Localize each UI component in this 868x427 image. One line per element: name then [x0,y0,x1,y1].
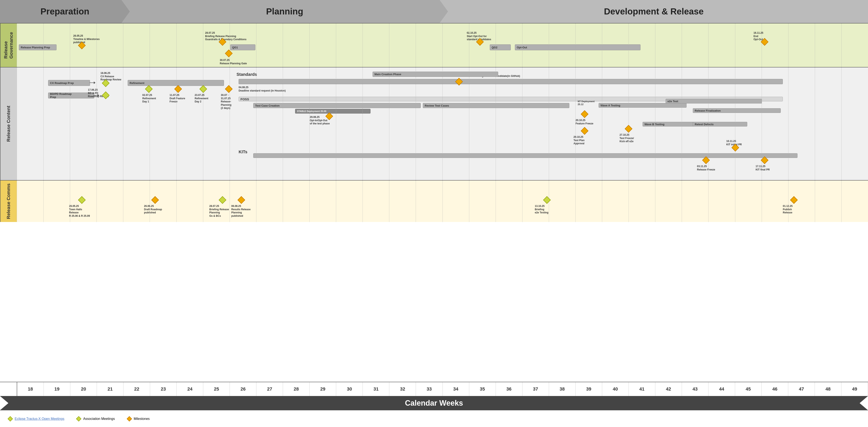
comms-label-26-05: 26.05.25Town HallsReleaseR 25.06 & R 25.… [69,205,90,218]
grid-line-25 [682,181,682,222]
phase-preparation: Preparation [0,0,130,23]
arrowhead-cx [94,82,97,84]
grid-line-3 [96,24,97,67]
wave-a-label: Wave A Testing [600,104,620,107]
phase-header: Preparation Planning Development & Relea… [0,0,868,23]
legend-tractus-x-diamond [7,416,13,421]
label-20-10-2: 20.10.25Test PlanApproval [574,135,584,145]
week-46: 46 [762,382,788,396]
diamond-02-07 [145,85,153,93]
diamond-23-07 [199,85,207,93]
cx-roadmap-prep-bar: CX Roadmap Prep [48,80,90,86]
grid-line-8 [229,181,230,222]
comms-diamond-26-05 [78,196,86,204]
release-planning-prep-bar: Release Planning Prep [19,44,57,50]
grid-line-26 [708,181,709,222]
grid-line-30 [815,181,815,222]
wave-a-bar: Wave A Testing [599,103,686,108]
label-27-10: 27.10.25Test Freeze/Kick eff e2e [620,133,634,143]
milestone-30-07 [225,50,233,57]
test-case-creation-bar: Test Case Creation [253,103,421,108]
content-row: Release Content CX Roadmap Prep 18.06.25… [0,67,868,180]
grid-line-31 [841,181,842,222]
week-49: 49 [841,382,868,396]
grid-line-26 [708,24,709,67]
calendar-weeks-label: Calendar Weeks [405,399,463,407]
week-45: 45 [735,382,762,396]
calendar-row: 1819202122232425262728293031323334353637… [0,382,868,396]
label-11-07: 11.07.25Draft FeatureFreeze [169,94,185,103]
optout-bar: Opt-Out [515,44,641,50]
review-test-cases-label: Review Test Cases [425,104,449,107]
grid-line-18 [496,24,496,67]
week-31: 31 [363,382,389,396]
grid-line-12 [336,181,336,222]
qg2-bar: QG2 [490,44,511,50]
standards-bar [239,79,783,84]
label-28-07: 28.07.25Briefing Release PlanningGuardra… [205,31,246,41]
week-18: 18 [17,382,44,396]
week-22: 22 [123,382,150,396]
governance-content: Release Planning Prep 26.05.25Timeline &… [17,24,868,67]
grid-line-25 [682,67,682,180]
grid-line-3 [96,181,97,222]
week-labels: 1819202122232425262728293031323334353637… [17,382,868,396]
grid-line-5 [150,181,150,222]
grid-line-28 [762,24,762,67]
week-30: 30 [336,382,363,396]
week-33: 33 [416,382,442,396]
grid-line-4 [123,181,123,222]
qg1-label: QG1 [232,46,238,49]
test-case-creation-label: Test Case Creation [255,104,280,107]
week-43: 43 [682,382,709,396]
grid-line-18 [496,67,496,180]
comms-label-13-10: 13.10.25Briefinge2e Testing [535,205,548,214]
kits-label: KITs [239,149,247,155]
grid-line-2 [70,67,70,180]
week-42: 42 [655,382,682,396]
grid-line-8 [229,24,230,67]
grid-line-24 [655,181,655,222]
main-creation-label: Main Creation Phase [374,73,401,76]
label-26-05: 26.05.25Timeline & Milestonespublished [73,34,100,44]
grid-line-9 [256,181,256,222]
week-47: 47 [788,382,815,396]
week-38: 38 [549,382,576,396]
week-25: 25 [203,382,230,396]
legend-tractus-x: Eclipse Tractus-X Open Meetings [8,417,64,421]
grid-line-25 [682,24,682,67]
comms-label-01-12: 01.12.25PublishRelease [783,205,793,214]
grid-line-23 [628,67,629,180]
kits-bar [253,153,798,158]
grid-line-9 [256,24,256,67]
e2e-test-bar: e2e Test [665,99,762,103]
content-label: Release Content [0,67,17,180]
grid-line-30 [815,67,815,180]
grid-line-22 [602,67,602,180]
week-28: 28 [283,382,310,396]
legend-milestones: Milestones [127,417,150,421]
grid-line-29 [788,24,788,67]
bdpd-roadmap-prep-label: BD/PD RoadmapPrep [50,92,71,99]
main-creation-bar: Main Creation Phase [373,72,498,77]
grid-line-11 [309,24,310,67]
phase-devrelease: Development & Release [439,0,868,23]
legend-milestones-diamond [127,416,132,421]
milestone-27-10 [625,125,632,133]
comms-label-06-08: 06.08.25Results ReleasePlanningpublished [231,205,251,218]
legend-association-label: Association Meetings [83,417,115,421]
comms-milestone-01-12 [790,196,798,204]
week-27: 27 [256,382,283,396]
comms-diamond-28-07 [219,196,226,204]
legend-tractus-x-label[interactable]: Eclipse Tractus-X Open Meetings [14,417,64,421]
phase-prep-label: Preparation [40,6,89,17]
grid-line-17 [469,67,469,180]
grid-line-4 [123,67,123,180]
grid-line-11 [309,181,310,222]
label-04-08: 04.08.25Deadline standard request (in Ho… [239,86,286,92]
release-final-label: Release Finalization [695,109,721,112]
grid-line-3 [96,67,97,180]
refinement-label: Refinement [130,82,145,85]
grid-line-18 [496,181,496,222]
rows-container: ReleaseGovernance Release Planning Prep … [0,23,868,382]
